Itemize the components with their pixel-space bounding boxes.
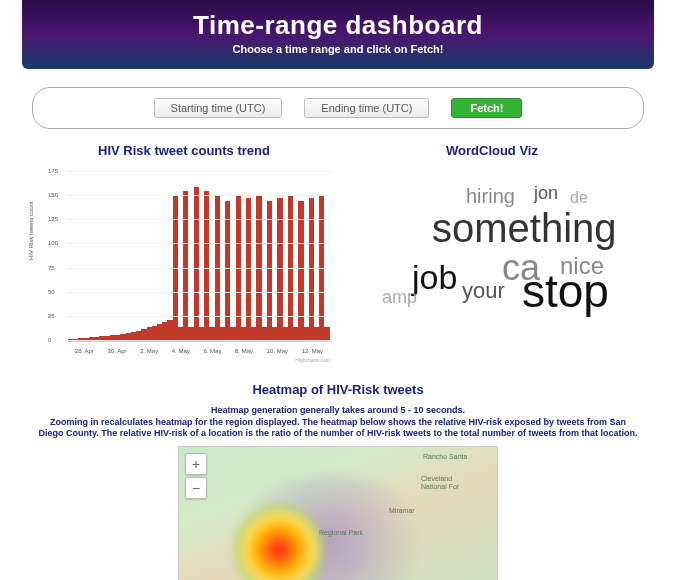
chart-bar <box>298 201 303 341</box>
fetch-button[interactable]: Fetch! <box>451 98 522 118</box>
chart-column: HIV Risk tweet counts trend HIV Risk twe… <box>30 143 338 364</box>
map-label: Regional Park <box>319 529 363 536</box>
zoom-out-button[interactable]: − <box>185 477 207 499</box>
wordcloud-word: de <box>570 190 588 206</box>
chart-gridline: 75 <box>68 268 330 269</box>
heatmap-desc-line1: Heatmap generation generally takes aroun… <box>211 405 465 415</box>
wordcloud-word: your <box>462 280 505 302</box>
chart-y-tick: 75 <box>48 265 55 271</box>
chart-x-axis: 28. Apr30. Apr2. May4. May6. May8. May10… <box>68 348 330 354</box>
wordcloud-title: WordCloud Viz <box>338 143 646 158</box>
chart-x-tick: 28. Apr <box>75 348 94 354</box>
map-label: Rancho Santa <box>423 453 467 460</box>
chart-x-tick: 12. May <box>302 348 323 354</box>
header: Time-range dashboard Choose a time range… <box>22 0 654 69</box>
chart-gridline: 125 <box>68 219 330 220</box>
chart-gridline: 100 <box>68 243 330 244</box>
heatmap-map[interactable]: + − MiramarRegional ParkClevelandNationa… <box>178 446 498 580</box>
chart-y-tick: 25 <box>48 313 55 319</box>
wordcloud-word: job <box>412 260 457 294</box>
chart-title: HIV Risk tweet counts trend <box>30 143 338 158</box>
heatmap-section: Heatmap of HIV-Risk tweets Heatmap gener… <box>0 382 676 580</box>
chart-x-tick: 30. Apr <box>107 348 126 354</box>
chart-bar <box>324 327 329 341</box>
chart-bar <box>236 196 241 341</box>
chart-x-tick: 6. May <box>203 348 221 354</box>
page-subtitle: Choose a time range and click on Fetch! <box>22 43 654 55</box>
heatmap-desc-line2: Zooming in recalculates heatmap for the … <box>39 417 638 439</box>
chart-bar <box>215 196 220 341</box>
chart-x-tick: 8. May <box>235 348 253 354</box>
map-label: Miramar <box>389 507 415 514</box>
chart: HIV Risk tweets count 025507510012515017… <box>34 164 334 364</box>
chart-x-tick: 10. May <box>267 348 288 354</box>
chart-bar <box>288 196 293 341</box>
chart-y-tick: 175 <box>48 168 58 174</box>
wordcloud-word: amp <box>382 288 417 306</box>
chart-bar <box>204 191 209 341</box>
chart-gridline: 50 <box>68 292 330 293</box>
chart-y-tick: 150 <box>48 192 58 198</box>
heatmap-desc: Heatmap generation generally takes aroun… <box>38 405 638 440</box>
heatmap-title: Heatmap of HIV-Risk tweets <box>0 382 676 397</box>
chart-bar <box>256 196 261 341</box>
map-label: Cleveland <box>421 475 452 482</box>
time-range-controls: Starting time (UTC) Ending time (UTC) Fe… <box>32 87 644 129</box>
chart-gridline: 25 <box>68 316 330 317</box>
wordcloud: somethingstopcajobniceyourhiringampjonde <box>362 168 622 348</box>
chart-bar <box>194 187 199 342</box>
dashboard-row: HIV Risk tweet counts trend HIV Risk twe… <box>30 143 646 364</box>
wordcloud-word: jon <box>534 184 558 202</box>
wordcloud-word: nice <box>560 254 604 278</box>
chart-credit: Highcharts.com <box>295 357 330 363</box>
chart-gridline: 0 <box>68 340 330 341</box>
chart-y-tick: 100 <box>48 240 58 246</box>
chart-bar <box>267 201 272 341</box>
page-title: Time-range dashboard <box>22 10 654 41</box>
chart-bar <box>319 196 324 341</box>
map-label: National For <box>421 483 459 490</box>
chart-gridline: 150 <box>68 195 330 196</box>
zoom-in-button[interactable]: + <box>185 453 207 475</box>
wordcloud-word: ca <box>502 250 540 286</box>
start-time-button[interactable]: Starting time (UTC) <box>154 98 283 118</box>
chart-x-tick: 4. May <box>172 348 190 354</box>
chart-bar <box>173 196 178 341</box>
chart-bar <box>225 201 230 341</box>
wordcloud-word: hiring <box>466 186 515 206</box>
wordcloud-column: WordCloud Viz somethingstopcajobniceyour… <box>338 143 646 364</box>
chart-x-tick: 2. May <box>140 348 158 354</box>
end-time-button[interactable]: Ending time (UTC) <box>304 98 429 118</box>
chart-y-tick: 125 <box>48 216 58 222</box>
chart-gridline: 175 <box>68 171 330 172</box>
chart-plot: 0255075100125150175 <box>68 172 330 342</box>
chart-bar <box>183 191 188 341</box>
chart-y-label: HIV Risk tweets count <box>28 201 34 260</box>
wordcloud-word: something <box>432 208 617 248</box>
chart-y-tick: 0 <box>48 337 51 343</box>
chart-y-tick: 50 <box>48 289 55 295</box>
